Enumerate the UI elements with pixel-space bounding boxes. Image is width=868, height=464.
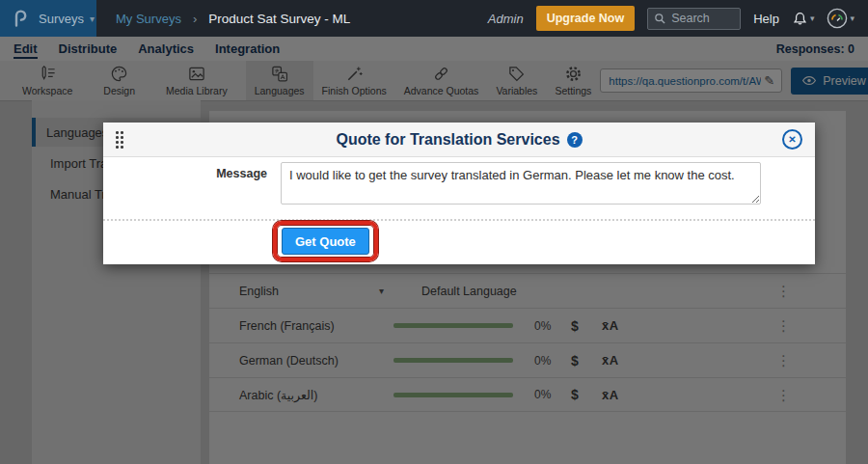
close-icon[interactable]: ✕ [782, 129, 802, 150]
message-label: Message [142, 167, 267, 180]
account-menu[interactable]: ▾ [827, 8, 854, 29]
avatar [827, 8, 848, 29]
search-input[interactable] [671, 12, 733, 25]
message-textarea[interactable]: I would like to get the survey translate… [281, 162, 761, 205]
quote-translation-modal: Quote for Translation Services ? ✕ Messa… [103, 123, 815, 264]
chevron-down-icon: ▾ [810, 14, 815, 23]
help-link[interactable]: Help [753, 12, 779, 26]
chevron-down-icon: ▾ [850, 14, 854, 23]
modal-footer-divider [103, 219, 815, 221]
breadcrumb: My Surveys › Product Sat Survey - ML [116, 12, 350, 26]
breadcrumb-separator: › [193, 12, 197, 26]
breadcrumb-my-surveys[interactable]: My Surveys [116, 12, 181, 26]
get-quote-button[interactable]: Get Quote [282, 228, 369, 255]
search-icon [654, 13, 666, 25]
questionpro-logo-icon [11, 8, 30, 29]
top-navbar: Surveys ▾ My Surveys › Product Sat Surve… [0, 0, 868, 37]
app-window: Surveys ▾ My Surveys › Product Sat Surve… [0, 0, 868, 464]
chevron-down-icon: ▾ [90, 14, 95, 24]
upgrade-now-button[interactable]: Upgrade Now [536, 6, 636, 31]
product-switcher[interactable]: Surveys ▾ [0, 0, 96, 37]
notifications-menu[interactable]: ▾ [792, 11, 815, 27]
product-switcher-label: Surveys [39, 12, 84, 26]
bell-icon [792, 11, 808, 27]
modal-title: Quote for Translation Services [336, 131, 559, 149]
annotation-highlight-box: Get Quote [273, 221, 378, 261]
admin-label: Admin [488, 12, 524, 26]
search-box[interactable] [647, 8, 741, 30]
breadcrumb-current-survey: Product Sat Survey - ML [208, 12, 350, 26]
help-icon[interactable]: ? [567, 132, 583, 148]
